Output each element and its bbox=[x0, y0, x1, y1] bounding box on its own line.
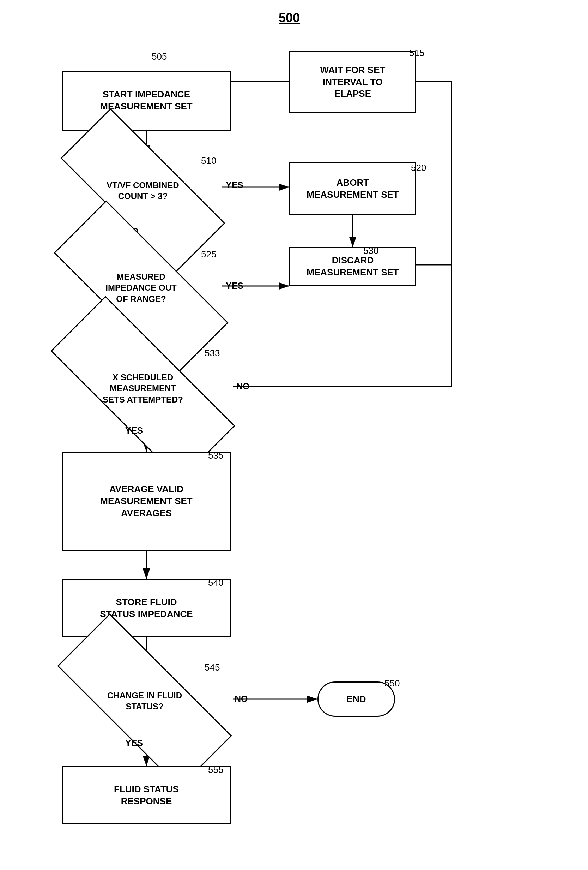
start-box: START IMPEDANCE MEASUREMENT SET bbox=[62, 71, 231, 131]
change-diamond: CHANGE IN FLUID STATUS? bbox=[58, 664, 231, 738]
yes2-label: YES bbox=[226, 281, 244, 291]
measured-diamond: MEASURED IMPEDANCE OUT OF RANGE? bbox=[55, 251, 227, 325]
fluid-response-box: FLUID STATUS RESPONSE bbox=[62, 766, 231, 824]
ref-505: 505 bbox=[151, 51, 167, 62]
ref-540: 540 bbox=[208, 577, 223, 588]
title-label: 500 bbox=[279, 10, 300, 25]
ref-515: 515 bbox=[409, 48, 424, 59]
ref-510: 510 bbox=[201, 155, 216, 166]
store-box: STORE FLUID STATUS IMPEDANCE bbox=[62, 579, 231, 637]
ref-530: 530 bbox=[363, 246, 379, 256]
discard-label: DISCARD MEASUREMENT SET bbox=[306, 255, 399, 279]
start-label: START IMPEDANCE MEASUREMENT SET bbox=[100, 89, 192, 113]
diagram-container: 500 START IMPEDANCE MEASUREMENT SET 505 … bbox=[0, 0, 588, 870]
ref-520: 520 bbox=[411, 162, 426, 173]
yes4-label: YES bbox=[125, 738, 143, 748]
abort-box: ABORT MEASUREMENT SET bbox=[289, 162, 416, 215]
vtvf-diamond: VT/VF COMBINED COUNT > 3? bbox=[62, 155, 224, 226]
end-oval: END bbox=[318, 681, 395, 717]
no3-label: NO bbox=[236, 381, 250, 392]
x-scheduled-label: X SCHEDULED MEASUREMENT SETS ATTEMPTED? bbox=[99, 368, 187, 408]
abort-label: ABORT MEASUREMENT SET bbox=[306, 177, 399, 201]
wait-label: WAIT FOR SET INTERVAL TO ELAPSE bbox=[320, 64, 386, 100]
ref-555: 555 bbox=[208, 764, 223, 775]
end-label: END bbox=[347, 694, 366, 705]
average-box: AVERAGE VALID MEASUREMENT SET AVERAGES bbox=[62, 452, 231, 551]
measured-label: MEASURED IMPEDANCE OUT OF RANGE? bbox=[102, 268, 180, 308]
ref-533: 533 bbox=[205, 348, 220, 359]
ref-545: 545 bbox=[205, 662, 220, 673]
vtvf-label: VT/VF COMBINED COUNT > 3? bbox=[103, 176, 183, 205]
fluid-response-label: FLUID STATUS RESPONSE bbox=[114, 784, 179, 807]
x-scheduled-diamond: X SCHEDULED MEASUREMENT SETS ATTEMPTED? bbox=[51, 350, 235, 427]
discard-box: DISCARD MEASUREMENT SET bbox=[289, 247, 416, 286]
change-label: CHANGE IN FLUID STATUS? bbox=[104, 687, 186, 715]
average-label: AVERAGE VALID MEASUREMENT SET AVERAGES bbox=[100, 483, 192, 519]
no4-label: NO bbox=[235, 694, 248, 704]
wait-box: WAIT FOR SET INTERVAL TO ELAPSE bbox=[289, 51, 416, 113]
yes3-label: YES bbox=[125, 426, 143, 436]
ref-525: 525 bbox=[201, 249, 216, 260]
store-label: STORE FLUID STATUS IMPEDANCE bbox=[100, 596, 193, 620]
yes1-label: YES bbox=[226, 180, 244, 190]
ref-535: 535 bbox=[208, 450, 223, 461]
ref-550: 550 bbox=[385, 678, 399, 689]
